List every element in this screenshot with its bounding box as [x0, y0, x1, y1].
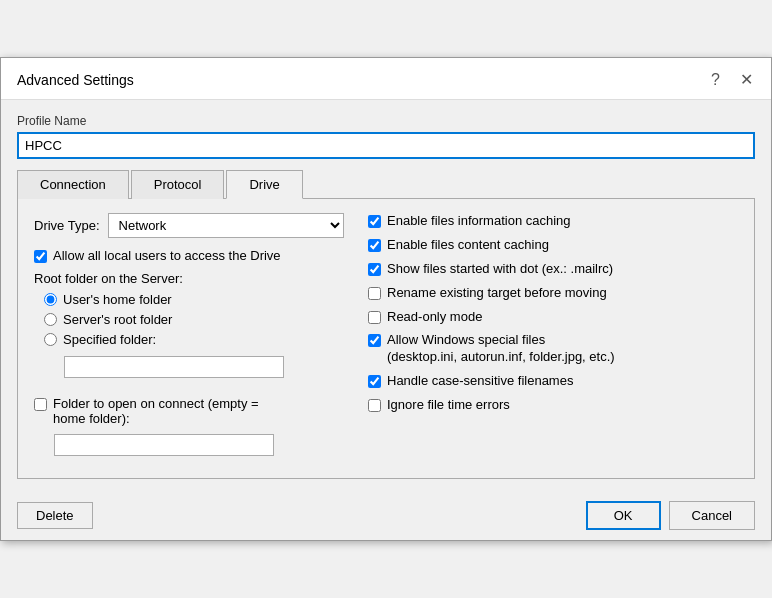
check-readonly-mode: Read-only mode [368, 309, 738, 326]
check-case-sensitive: Handle case-sensitive filenames [368, 373, 738, 390]
chk-windows-special-files[interactable] [368, 334, 381, 347]
specified-folder-input-wrap [64, 352, 344, 386]
dialog-body: Profile Name Connection Protocol Drive D… [1, 100, 771, 491]
chk-files-info-caching[interactable] [368, 215, 381, 228]
chk-ignore-time-errors-label: Ignore file time errors [387, 397, 510, 414]
allow-local-users-checkbox[interactable] [34, 250, 47, 263]
chk-files-info-caching-label: Enable files information caching [387, 213, 571, 230]
dialog-footer: Delete OK Cancel [1, 491, 771, 540]
check-files-content-caching: Enable files content caching [368, 237, 738, 254]
radio-specified-row: Specified folder: [44, 332, 344, 347]
chk-show-dot-files-label: Show files started with dot (ex.: .mailr… [387, 261, 613, 278]
tab-connection[interactable]: Connection [17, 170, 129, 199]
check-windows-special-files: Allow Windows special files(desktop.ini,… [368, 332, 738, 366]
cancel-button[interactable]: Cancel [669, 501, 755, 530]
profile-name-label: Profile Name [17, 114, 755, 128]
drive-left-col: Drive Type: Network Local FTP Allow all … [34, 213, 344, 464]
connect-folder-input-wrap [54, 430, 344, 464]
chk-readonly-mode[interactable] [368, 311, 381, 324]
chk-rename-target-label: Rename existing target before moving [387, 285, 607, 302]
right-checks: Enable files information caching Enable … [368, 213, 738, 414]
radio-home-row: User's home folder [44, 292, 344, 307]
drive-right-col: Enable files information caching Enable … [368, 213, 738, 464]
title-bar-controls: ? ✕ [705, 68, 759, 91]
tabs: Connection Protocol Drive [17, 169, 755, 199]
help-button[interactable]: ? [705, 69, 726, 91]
radio-group: User's home folder Server's root folder … [44, 292, 344, 386]
chk-files-content-caching-label: Enable files content caching [387, 237, 549, 254]
profile-name-input[interactable] [17, 132, 755, 159]
radio-root-row: Server's root folder [44, 312, 344, 327]
allow-local-users-label: Allow all local users to access the Driv… [53, 248, 281, 263]
radio-specified[interactable] [44, 333, 57, 346]
chk-readonly-mode-label: Read-only mode [387, 309, 482, 326]
chk-files-content-caching[interactable] [368, 239, 381, 252]
radio-home[interactable] [44, 293, 57, 306]
tab-content-drive: Drive Type: Network Local FTP Allow all … [17, 199, 755, 479]
chk-show-dot-files[interactable] [368, 263, 381, 276]
tab-drive[interactable]: Drive [226, 170, 302, 199]
drive-type-label: Drive Type: [34, 218, 100, 233]
tab-protocol[interactable]: Protocol [131, 170, 225, 199]
radio-root[interactable] [44, 313, 57, 326]
chk-case-sensitive[interactable] [368, 375, 381, 388]
chk-case-sensitive-label: Handle case-sensitive filenames [387, 373, 573, 390]
chk-rename-target[interactable] [368, 287, 381, 300]
check-rename-target: Rename existing target before moving [368, 285, 738, 302]
root-folder-label: Root folder on the Server: [34, 271, 344, 286]
drive-tab-inner: Drive Type: Network Local FTP Allow all … [34, 213, 738, 464]
connect-folder-checkbox[interactable] [34, 398, 47, 411]
check-ignore-time-errors: Ignore file time errors [368, 397, 738, 414]
ok-button[interactable]: OK [586, 501, 661, 530]
dialog-title: Advanced Settings [17, 72, 134, 88]
title-bar: Advanced Settings ? ✕ [1, 58, 771, 100]
connect-folder-label: Folder to open on connect (empty =home f… [53, 396, 259, 426]
radio-home-label: User's home folder [63, 292, 172, 307]
close-button[interactable]: ✕ [734, 68, 759, 91]
allow-local-users-row: Allow all local users to access the Driv… [34, 248, 344, 263]
radio-root-label: Server's root folder [63, 312, 172, 327]
connect-folder-input[interactable] [54, 434, 274, 456]
check-files-info-caching: Enable files information caching [368, 213, 738, 230]
delete-button[interactable]: Delete [17, 502, 93, 529]
chk-windows-special-files-label: Allow Windows special files(desktop.ini,… [387, 332, 615, 366]
drive-type-row: Drive Type: Network Local FTP [34, 213, 344, 238]
radio-specified-label: Specified folder: [63, 332, 156, 347]
check-show-dot-files: Show files started with dot (ex.: .mailr… [368, 261, 738, 278]
advanced-settings-dialog: Advanced Settings ? ✕ Profile Name Conne… [0, 57, 772, 541]
drive-type-select[interactable]: Network Local FTP [108, 213, 344, 238]
chk-ignore-time-errors[interactable] [368, 399, 381, 412]
footer-right: OK Cancel [586, 501, 755, 530]
connect-folder-row: Folder to open on connect (empty =home f… [34, 396, 344, 426]
specified-folder-input[interactable] [64, 356, 284, 378]
